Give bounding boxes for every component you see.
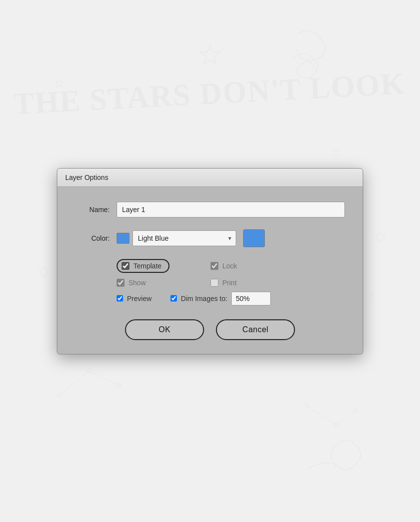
dialog-title: Layer Options: [65, 174, 108, 181]
color-dropdown-wrapper[interactable]: Light Blue Red Orange Yellow Green Blue …: [132, 230, 236, 246]
checkboxes-section: Template Lock Show: [75, 259, 345, 287]
template-wrapper: Template: [117, 259, 169, 273]
show-checkbox[interactable]: [117, 279, 125, 287]
color-label: Color:: [75, 234, 110, 242]
lock-checkbox[interactable]: [210, 262, 218, 270]
cancel-button[interactable]: Cancel: [216, 319, 295, 340]
color-swatch-small: [117, 233, 129, 244]
dim-images-checkbox[interactable]: [170, 295, 177, 302]
dim-row: Preview Dim Images to:: [75, 292, 345, 305]
print-label[interactable]: Print: [222, 279, 237, 287]
template-checkbox-item[interactable]: Template: [117, 259, 206, 273]
print-checkbox[interactable]: [210, 279, 218, 287]
show-label[interactable]: Show: [128, 279, 146, 287]
lock-label[interactable]: Lock: [222, 262, 237, 270]
show-checkbox-item[interactable]: Show: [117, 279, 206, 287]
color-swatch-large[interactable]: [243, 229, 265, 247]
name-label: Name:: [75, 206, 110, 214]
dialog-buttons: OK Cancel: [75, 319, 345, 340]
color-select[interactable]: Light Blue Red Orange Yellow Green Blue …: [132, 230, 236, 246]
preview-checkbox[interactable]: [117, 295, 123, 302]
color-row: Color: Light Blue Red Orange Yellow Gree…: [75, 229, 345, 247]
template-checkbox[interactable]: [122, 262, 129, 270]
template-label[interactable]: Template: [133, 262, 162, 270]
lock-checkbox-item[interactable]: Lock: [210, 259, 299, 273]
dialog-body: Name: Color: Light Blue Red Orange Yello…: [57, 187, 363, 354]
dim-images-label[interactable]: Dim Images to:: [181, 295, 227, 303]
name-row: Name:: [75, 202, 345, 218]
dialog-overlay: Layer Options Name: Color: Light Blue Re…: [0, 0, 420, 522]
preview-label[interactable]: Preview: [127, 295, 152, 303]
layer-options-dialog: Layer Options Name: Color: Light Blue Re…: [57, 168, 363, 354]
layer-name-input[interactable]: [117, 202, 345, 218]
ok-button[interactable]: OK: [125, 319, 204, 340]
print-checkbox-item[interactable]: Print: [210, 279, 299, 287]
dim-images-input[interactable]: [231, 292, 271, 305]
dialog-titlebar: Layer Options: [57, 169, 363, 187]
checkbox-grid: Template Lock Show: [117, 259, 345, 287]
